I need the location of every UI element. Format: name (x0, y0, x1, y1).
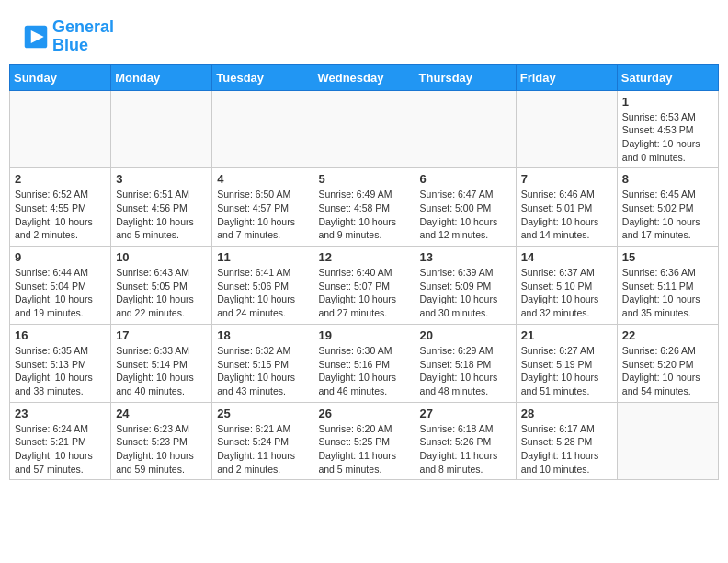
calendar-cell: 6Sunrise: 6:47 AM Sunset: 5:00 PM Daylig… (415, 168, 516, 247)
day-number: 12 (318, 250, 409, 264)
calendar-week-row: 23Sunrise: 6:24 AM Sunset: 5:21 PM Dayli… (10, 402, 719, 480)
calendar-cell: 23Sunrise: 6:24 AM Sunset: 5:21 PM Dayli… (10, 402, 111, 480)
day-info: Sunrise: 6:17 AM Sunset: 5:28 PM Dayligh… (521, 422, 612, 477)
day-info: Sunrise: 6:27 AM Sunset: 5:19 PM Dayligh… (521, 344, 612, 398)
logo: General Blue (23, 18, 114, 55)
day-number: 25 (217, 407, 308, 420)
day-info: Sunrise: 6:24 AM Sunset: 5:21 PM Dayligh… (15, 422, 106, 477)
calendar-day-header: Saturday (617, 64, 718, 90)
day-number: 19 (318, 328, 409, 342)
day-number: 3 (116, 172, 207, 186)
calendar-week-row: 16Sunrise: 6:35 AM Sunset: 5:13 PM Dayli… (10, 324, 719, 402)
day-info: Sunrise: 6:21 AM Sunset: 5:24 PM Dayligh… (217, 422, 308, 477)
day-number: 5 (318, 172, 409, 186)
day-info: Sunrise: 6:43 AM Sunset: 5:05 PM Dayligh… (116, 266, 207, 320)
calendar-cell: 21Sunrise: 6:27 AM Sunset: 5:19 PM Dayli… (516, 324, 617, 402)
day-info: Sunrise: 6:47 AM Sunset: 5:00 PM Dayligh… (420, 188, 511, 242)
calendar-cell: 8Sunrise: 6:45 AM Sunset: 5:02 PM Daylig… (617, 168, 718, 247)
day-info: Sunrise: 6:20 AM Sunset: 5:25 PM Dayligh… (318, 422, 409, 477)
calendar-cell: 16Sunrise: 6:35 AM Sunset: 5:13 PM Dayli… (10, 324, 111, 402)
day-info: Sunrise: 6:37 AM Sunset: 5:10 PM Dayligh… (521, 266, 612, 320)
calendar-header-row: SundayMondayTuesdayWednesdayThursdayFrid… (10, 64, 719, 90)
calendar-cell: 27Sunrise: 6:18 AM Sunset: 5:26 PM Dayli… (415, 402, 516, 480)
calendar-day-header: Wednesday (313, 64, 415, 90)
calendar-week-row: 9Sunrise: 6:44 AM Sunset: 5:04 PM Daylig… (10, 247, 719, 325)
day-number: 27 (420, 407, 511, 420)
day-info: Sunrise: 6:40 AM Sunset: 5:07 PM Dayligh… (318, 266, 409, 320)
day-number: 23 (15, 407, 106, 420)
day-number: 1 (622, 95, 713, 109)
calendar-cell: 25Sunrise: 6:21 AM Sunset: 5:24 PM Dayli… (212, 402, 313, 480)
calendar-cell: 4Sunrise: 6:50 AM Sunset: 4:57 PM Daylig… (212, 168, 313, 247)
calendar-table: SundayMondayTuesdayWednesdayThursdayFrid… (9, 64, 719, 481)
calendar-cell (111, 90, 212, 168)
day-info: Sunrise: 6:39 AM Sunset: 5:09 PM Dayligh… (420, 266, 511, 320)
calendar-cell: 10Sunrise: 6:43 AM Sunset: 5:05 PM Dayli… (111, 247, 212, 325)
day-number: 10 (116, 250, 207, 264)
day-info: Sunrise: 6:33 AM Sunset: 5:14 PM Dayligh… (116, 344, 207, 398)
day-number: 24 (116, 407, 207, 420)
calendar-cell: 5Sunrise: 6:49 AM Sunset: 4:58 PM Daylig… (313, 168, 415, 247)
day-number: 14 (521, 250, 612, 264)
calendar-cell: 14Sunrise: 6:37 AM Sunset: 5:10 PM Dayli… (516, 247, 617, 325)
calendar-cell: 22Sunrise: 6:26 AM Sunset: 5:20 PM Dayli… (617, 324, 718, 402)
logo-text: General Blue (52, 18, 114, 55)
calendar-day-header: Friday (516, 64, 617, 90)
calendar-cell (516, 90, 617, 168)
calendar-cell: 3Sunrise: 6:51 AM Sunset: 4:56 PM Daylig… (111, 168, 212, 247)
calendar-cell: 7Sunrise: 6:46 AM Sunset: 5:01 PM Daylig… (516, 168, 617, 247)
calendar-cell: 18Sunrise: 6:32 AM Sunset: 5:15 PM Dayli… (212, 324, 313, 402)
day-number: 13 (420, 250, 511, 264)
day-number: 20 (420, 328, 511, 342)
day-number: 2 (15, 172, 106, 186)
day-info: Sunrise: 6:52 AM Sunset: 4:55 PM Dayligh… (15, 188, 106, 242)
day-info: Sunrise: 6:49 AM Sunset: 4:58 PM Dayligh… (318, 188, 409, 242)
day-number: 11 (217, 250, 308, 264)
day-number: 28 (521, 407, 612, 420)
calendar-cell: 19Sunrise: 6:30 AM Sunset: 5:16 PM Dayli… (313, 324, 415, 402)
day-info: Sunrise: 6:35 AM Sunset: 5:13 PM Dayligh… (15, 344, 106, 398)
calendar-cell (617, 402, 718, 480)
calendar-cell: 9Sunrise: 6:44 AM Sunset: 5:04 PM Daylig… (10, 247, 111, 325)
day-info: Sunrise: 6:32 AM Sunset: 5:15 PM Dayligh… (217, 344, 308, 398)
day-info: Sunrise: 6:18 AM Sunset: 5:26 PM Dayligh… (420, 422, 511, 477)
day-info: Sunrise: 6:51 AM Sunset: 4:56 PM Dayligh… (116, 188, 207, 242)
calendar-cell (212, 90, 313, 168)
calendar-cell: 11Sunrise: 6:41 AM Sunset: 5:06 PM Dayli… (212, 247, 313, 325)
calendar-cell: 1Sunrise: 6:53 AM Sunset: 4:53 PM Daylig… (617, 90, 718, 168)
day-info: Sunrise: 6:46 AM Sunset: 5:01 PM Dayligh… (521, 188, 612, 242)
day-info: Sunrise: 6:23 AM Sunset: 5:23 PM Dayligh… (116, 422, 207, 477)
calendar-day-header: Monday (111, 64, 212, 90)
day-number: 18 (217, 328, 308, 342)
day-info: Sunrise: 6:53 AM Sunset: 4:53 PM Dayligh… (622, 110, 713, 165)
calendar-cell (10, 90, 111, 168)
day-number: 4 (217, 172, 308, 186)
calendar-day-header: Sunday (10, 64, 111, 90)
day-info: Sunrise: 6:36 AM Sunset: 5:11 PM Dayligh… (622, 266, 713, 320)
calendar-cell: 2Sunrise: 6:52 AM Sunset: 4:55 PM Daylig… (10, 168, 111, 247)
day-number: 21 (521, 328, 612, 342)
day-info: Sunrise: 6:30 AM Sunset: 5:16 PM Dayligh… (318, 344, 409, 398)
day-info: Sunrise: 6:50 AM Sunset: 4:57 PM Dayligh… (217, 188, 308, 242)
logo-icon (23, 24, 49, 50)
calendar-cell: 20Sunrise: 6:29 AM Sunset: 5:18 PM Dayli… (415, 324, 516, 402)
calendar-cell: 15Sunrise: 6:36 AM Sunset: 5:11 PM Dayli… (617, 247, 718, 325)
calendar-cell: 12Sunrise: 6:40 AM Sunset: 5:07 PM Dayli… (313, 247, 415, 325)
page-header: General Blue (9, 9, 719, 60)
day-number: 8 (622, 172, 713, 186)
day-info: Sunrise: 6:26 AM Sunset: 5:20 PM Dayligh… (622, 344, 713, 398)
day-number: 17 (116, 328, 207, 342)
calendar-cell: 28Sunrise: 6:17 AM Sunset: 5:28 PM Dayli… (516, 402, 617, 480)
calendar-day-header: Tuesday (212, 64, 313, 90)
calendar-week-row: 1Sunrise: 6:53 AM Sunset: 4:53 PM Daylig… (10, 90, 719, 168)
day-info: Sunrise: 6:44 AM Sunset: 5:04 PM Dayligh… (15, 266, 106, 320)
day-number: 22 (622, 328, 713, 342)
calendar-week-row: 2Sunrise: 6:52 AM Sunset: 4:55 PM Daylig… (10, 168, 719, 247)
day-number: 15 (622, 250, 713, 264)
day-info: Sunrise: 6:45 AM Sunset: 5:02 PM Dayligh… (622, 188, 713, 242)
calendar-cell: 17Sunrise: 6:33 AM Sunset: 5:14 PM Dayli… (111, 324, 212, 402)
day-number: 26 (318, 407, 409, 420)
calendar-day-header: Thursday (415, 64, 516, 90)
calendar-cell (313, 90, 415, 168)
calendar-cell: 26Sunrise: 6:20 AM Sunset: 5:25 PM Dayli… (313, 402, 415, 480)
